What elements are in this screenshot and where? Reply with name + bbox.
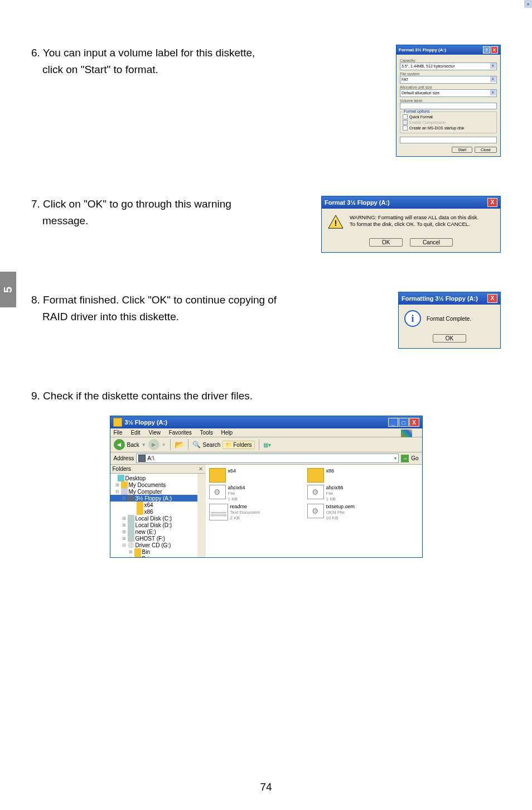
file-readme[interactable]: readme Text Document 2 KB bbox=[209, 504, 304, 520]
folder-icon bbox=[209, 468, 226, 483]
tree-floppy[interactable]: ⊟3½ Floppy (A:) bbox=[110, 495, 197, 502]
file-list: x64 x86 ahcix64 File 1 KB bbox=[206, 465, 422, 557]
cancel-button[interactable]: Cancel bbox=[410, 238, 453, 247]
alloc-label: Allocation unit size bbox=[400, 85, 497, 89]
explorer-title: 3½ Floppy (A:) bbox=[125, 419, 388, 426]
ok-button[interactable]: OK bbox=[369, 238, 403, 247]
close-icon[interactable]: X bbox=[487, 294, 497, 303]
address-bar: Address A:\ ▾ → Go bbox=[110, 452, 422, 465]
back-dropdown-icon[interactable]: ▼ bbox=[142, 442, 146, 447]
quick-format-checkbox[interactable]: Quick Format bbox=[403, 114, 494, 119]
up-button-icon[interactable]: 📂 bbox=[175, 440, 184, 449]
drive-icon bbox=[128, 522, 134, 528]
back-button-label[interactable]: Back bbox=[127, 442, 139, 448]
drive-icon bbox=[128, 528, 134, 535]
floppy-icon bbox=[138, 455, 146, 462]
address-input[interactable]: A:\ ▾ bbox=[136, 454, 399, 463]
tree-mycomputer[interactable]: ⊟My Computer bbox=[110, 488, 197, 495]
enable-compression-checkbox: Enable Compression bbox=[403, 120, 494, 125]
menu-tools[interactable]: Tools bbox=[200, 430, 212, 436]
format-dialog-title-bar: Format 3½ Floppy (A:) ? X bbox=[396, 45, 500, 55]
msdos-startup-checkbox[interactable]: Create an MS-DOS startup disk bbox=[403, 126, 494, 131]
close-icon[interactable]: X bbox=[409, 418, 419, 427]
file-txtsetup[interactable]: txtsetup.oem OEM File 10 KB bbox=[307, 504, 402, 520]
format-dialog-title: Format 3½ Floppy (A:) bbox=[399, 47, 482, 52]
cd-icon bbox=[128, 542, 134, 548]
search-icon[interactable]: 🔍 bbox=[192, 441, 201, 449]
format-options-group: Format options Quick Format Enable Compr… bbox=[400, 112, 497, 133]
tree-locald[interactable]: ⊞Local Disk (D:) bbox=[110, 522, 197, 528]
folders-button[interactable]: 📁 Folders bbox=[223, 441, 254, 449]
folder-icon bbox=[307, 468, 324, 483]
explorer-title-bar: 3½ Floppy (A:) _ □ X bbox=[110, 416, 422, 428]
warning-dialog-title: Format 3½ Floppy (A:) bbox=[325, 199, 487, 206]
filesystem-select[interactable]: FAT bbox=[400, 76, 497, 84]
tree-mydocs[interactable]: ⊞My Documents bbox=[110, 481, 197, 488]
menu-view[interactable]: View bbox=[148, 430, 161, 436]
tree-cd[interactable]: ⊟Driver CD (G:) bbox=[110, 542, 197, 548]
back-button-icon[interactable]: ◄ bbox=[114, 439, 125, 450]
maximize-icon[interactable]: □ bbox=[399, 418, 409, 427]
step-8-text-line1: 8. Format finished. Click "OK" to contin… bbox=[31, 292, 304, 308]
menu-bar: File Edit View Favorites Tools Help bbox=[110, 428, 422, 437]
capacity-select[interactable]: 3.5", 1.44MB, 512 bytes/sector bbox=[400, 62, 497, 70]
svg-text:!: ! bbox=[335, 218, 337, 228]
folder-icon bbox=[134, 548, 141, 555]
capacity-label: Capacity: bbox=[400, 59, 497, 62]
minimize-icon[interactable]: _ bbox=[388, 418, 398, 427]
floppy-icon bbox=[113, 418, 122, 427]
step-9-text: 9. Check if the diskette contains the dr… bbox=[31, 388, 501, 404]
tree-bin[interactable]: ⊞Bin bbox=[110, 548, 197, 555]
info-icon: i bbox=[404, 310, 421, 327]
forward-dropdown-icon[interactable]: ▼ bbox=[162, 442, 166, 447]
folder-tree: Desktop ⊞My Documents ⊟My Computer ⊟3½ F… bbox=[110, 474, 197, 557]
help-icon[interactable]: ? bbox=[483, 46, 490, 54]
complete-buttons: OK bbox=[399, 332, 500, 348]
views-button-icon[interactable]: ▦▾ bbox=[263, 442, 271, 448]
tree-ghost[interactable]: ⊞GHOST (F:) bbox=[110, 535, 197, 542]
setup-file-icon bbox=[307, 485, 324, 499]
alloc-select[interactable]: Default allocation size bbox=[400, 89, 497, 97]
close-icon[interactable]: X bbox=[491, 46, 498, 54]
folders-icon: 📁 bbox=[225, 442, 232, 448]
menu-help[interactable]: Help bbox=[221, 430, 233, 436]
complete-dialog: Formatting 3½ Floppy (A:) X i Format Com… bbox=[398, 292, 501, 349]
address-dropdown-icon[interactable]: ▾ bbox=[394, 456, 396, 461]
address-label: Address bbox=[114, 455, 134, 461]
complete-dialog-title-bar: Formatting 3½ Floppy (A:) X bbox=[399, 292, 500, 305]
sidebar-title: Folders bbox=[113, 466, 199, 472]
tree-desktop[interactable]: Desktop bbox=[110, 475, 197, 481]
menu-edit[interactable]: Edit bbox=[130, 430, 140, 436]
tree-x64[interactable]: x64 bbox=[110, 502, 197, 508]
tree-driver[interactable]: ⊟Driver bbox=[110, 555, 197, 557]
ok-button[interactable]: OK bbox=[433, 334, 466, 343]
step-6-text-line1: 6. You can input a volume label for this… bbox=[31, 45, 304, 61]
forward-button-icon[interactable]: ► bbox=[148, 439, 159, 450]
desktop-icon bbox=[118, 475, 124, 481]
close-button[interactable]: Close bbox=[475, 147, 497, 153]
sidebar-close-icon[interactable]: ✕ bbox=[199, 466, 203, 472]
warning-text-line1: WARNING: Formatting will erase ALL data … bbox=[350, 214, 478, 221]
menu-favorites[interactable]: Favorites bbox=[169, 430, 192, 436]
menu-file[interactable]: File bbox=[114, 430, 123, 436]
warning-dialog: Format 3½ Floppy (A:) X ! WARNING: Forma… bbox=[321, 196, 501, 253]
tree-x86[interactable]: x86 bbox=[110, 508, 197, 515]
file-ahcix64[interactable]: ahcix64 File 1 KB bbox=[209, 485, 304, 502]
file-x86[interactable]: x86 bbox=[307, 468, 402, 483]
file-x64[interactable]: x64 bbox=[209, 468, 304, 483]
tree-newe[interactable]: ⊞new (E:) bbox=[110, 528, 197, 535]
start-button[interactable]: Start bbox=[452, 147, 472, 153]
folder-icon bbox=[134, 555, 141, 557]
go-button-icon[interactable]: → bbox=[401, 455, 409, 462]
tree-localc[interactable]: ⊞Local Disk (C:) bbox=[110, 515, 197, 522]
close-icon[interactable]: X bbox=[487, 198, 497, 207]
complete-message: Format Complete. bbox=[427, 316, 471, 322]
volume-input[interactable] bbox=[400, 103, 497, 109]
folder-icon bbox=[137, 508, 143, 515]
format-progress-bar bbox=[400, 137, 497, 143]
file-ahcix86[interactable]: ahcix86 File 1 KB bbox=[307, 485, 402, 502]
go-button-label[interactable]: Go bbox=[411, 455, 418, 461]
search-button-label[interactable]: Search bbox=[203, 442, 221, 448]
complete-dialog-title: Formatting 3½ Floppy (A:) bbox=[402, 295, 487, 302]
folder-icon bbox=[121, 481, 128, 488]
